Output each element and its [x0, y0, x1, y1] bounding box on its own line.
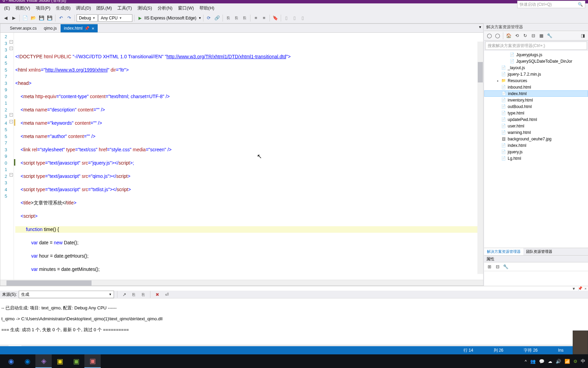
prev-icon[interactable]: ⎘ [130, 291, 137, 298]
bookmark-icon[interactable]: 🔖 [272, 14, 279, 22]
config-dropdown[interactable]: Debug▼ [77, 14, 98, 22]
tree-item-index-html[interactable]: 📄index.html [484, 90, 588, 97]
alphabetize-icon[interactable]: ⊟ [494, 263, 501, 271]
tab-team-explorer[interactable]: 团队资源管理器 [523, 248, 555, 255]
save-all-icon[interactable]: 💾 [46, 14, 53, 22]
menu-help[interactable]: 帮助(H) [197, 4, 217, 13]
menu-debug[interactable]: 调试(D) [73, 4, 94, 13]
tree-item-jquery-js[interactable]: 📄jquery.js [484, 149, 588, 155]
menu-tools[interactable]: 工具(T) [115, 4, 135, 13]
tab-server-aspx[interactable]: Server.aspx.cs [6, 24, 40, 32]
forward-icon[interactable]: ◯ [494, 32, 501, 40]
tray-chevron-icon[interactable]: ^ [525, 359, 527, 364]
tree-item-Lg-html[interactable]: 📄Lg.html [484, 155, 588, 162]
tray-people-icon[interactable]: 👥 [530, 359, 536, 364]
close-icon[interactable]: × [585, 287, 587, 291]
run-button[interactable]: ▶ [136, 14, 144, 22]
tree-item-warning-html[interactable]: 📄warning.html [484, 129, 588, 136]
code-content[interactable]: <!DOCTYPE html PUBLIC "-//W3C//DTD XHTML… [14, 33, 483, 280]
tray-volume-icon[interactable]: 🔊 [556, 359, 561, 364]
redo-icon[interactable]: ↷ [65, 14, 73, 22]
tree-item-inbound-html[interactable]: 📄inbound.html [484, 84, 588, 90]
browser-link-icon[interactable]: 🔗 [213, 14, 221, 22]
output-source-dropdown[interactable]: 生成▼ [19, 291, 114, 298]
uncomment-icon[interactable]: ▯ [291, 14, 298, 22]
tree-item-updatePwd-html[interactable]: 📄updatePwd.html [484, 116, 588, 123]
collapse-icon[interactable]: ⊟ [529, 32, 537, 40]
dropdown-icon[interactable]: ▼ [572, 287, 576, 291]
tray-wechat-icon[interactable]: 💬 [539, 359, 544, 364]
save-icon[interactable]: 💾 [38, 14, 45, 22]
open-file-icon[interactable]: 📂 [30, 14, 37, 22]
menu-project[interactable]: 项目(P) [33, 4, 53, 13]
platform-dropdown[interactable]: Any CPU▼ [98, 14, 132, 22]
back-icon[interactable]: ◯ [486, 32, 493, 40]
forward-icon[interactable]: ▶ [10, 14, 18, 22]
solution-search-input[interactable]: 搜索解决方案资源管理器(Ctrl+;) [485, 42, 587, 50]
taskbar-app[interactable]: ▣ [84, 354, 101, 368]
indent-icon[interactable]: ≡ [252, 14, 260, 22]
vertical-scrollbar[interactable] [477, 42, 483, 274]
pin-icon[interactable]: 📌 [84, 26, 89, 31]
clear-icon[interactable]: ✖ [153, 291, 161, 298]
menu-view[interactable]: 视图(V) [13, 4, 33, 13]
menu-edit[interactable]: (E) [1, 4, 13, 12]
categorize-icon[interactable]: ⊞ [486, 263, 493, 271]
menu-test[interactable]: 测试(S) [135, 4, 155, 13]
wrap-icon[interactable]: ⏎ [163, 291, 170, 298]
tab-index-html[interactable]: index.html📌× [61, 24, 98, 32]
tab-qimo-js[interactable]: qimo.js [40, 24, 60, 32]
tree-item-JquerySQLDateToDate_DinJor[interactable]: 📄JquerySQLDateToDate_DinJor [484, 58, 588, 64]
taskbar-visual-studio[interactable]: ◈ [35, 354, 52, 368]
code-editor[interactable]: 2334557390123455739012345 − − − − − <!DO… [0, 33, 483, 280]
back-icon[interactable]: ◀ [2, 14, 10, 22]
sync-icon[interactable]: ⟲ [513, 32, 521, 40]
tree-item-user-html[interactable]: 📄user.html [484, 123, 588, 129]
goto-icon[interactable]: ↗ [120, 291, 128, 298]
menu-window[interactable]: 窗口(W) [175, 4, 197, 13]
fold-icon[interactable]: − [10, 40, 13, 44]
outdent-icon[interactable]: ≡ [260, 14, 268, 22]
tool-icon-1[interactable]: ⎘ [225, 14, 232, 22]
refresh-icon[interactable]: ↻ [521, 32, 529, 40]
new-file-icon[interactable]: 📄 [21, 14, 29, 22]
show-all-icon[interactable]: ▦ [538, 32, 545, 40]
taskbar-chrome[interactable]: ◉ [3, 354, 19, 368]
tray-ime-icon[interactable]: 中 [581, 358, 585, 364]
pin-icon[interactable]: 📌 [578, 286, 583, 291]
preview-icon[interactable]: ◨ [579, 32, 587, 40]
tree-item-inventory-html[interactable]: 📄inventory.html [484, 97, 588, 103]
tray-cloud-icon[interactable]: ☁ [548, 359, 552, 364]
tree-item-Jqueryplugs-js[interactable]: 📄Jqueryplugs.js [484, 51, 588, 58]
tree-item-jquery-1-7-2-min-js[interactable]: 📄jquery-1.7.2.min.js [484, 71, 588, 77]
solution-tree[interactable]: 📄Jqueryplugs.js📄JquerySQLDateToDate_DinJ… [484, 51, 588, 248]
close-icon[interactable]: × [92, 26, 94, 31]
tree-item-Resources[interactable]: ▸📁Resources [484, 77, 588, 84]
refresh-icon[interactable]: ⟳ [205, 14, 213, 22]
taskbar-edge[interactable]: ◉ [19, 354, 35, 368]
tree-item-type-html[interactable]: 📄type.html [484, 110, 588, 116]
fold-icon[interactable]: − [10, 113, 13, 117]
next-icon[interactable]: ⎘ [140, 291, 147, 298]
tool-icon-3[interactable]: ⎘ [241, 14, 248, 22]
menu-team[interactable]: 团队(M) [94, 4, 115, 13]
fold-icon[interactable]: − [10, 47, 13, 50]
tree-item-outBoud-html[interactable]: 📄outBoud.html [484, 103, 588, 110]
tray-settings-icon[interactable]: ⚙ [573, 359, 577, 364]
quick-launch-input[interactable]: 快速启动 (Ctrl+Q) 🔍 [517, 1, 585, 8]
fold-icon[interactable]: − [10, 173, 13, 177]
menu-build[interactable]: 生成(B) [53, 4, 73, 13]
tree-item-background_oeuhe7-jpg[interactable]: 🖼background_oeuhe7.jpg [484, 136, 588, 142]
run-target[interactable]: IIS Express (Microsoft Edge) [144, 16, 198, 20]
format-icon[interactable]: ▯ [299, 14, 307, 22]
taskbar-camtasia[interactable]: ▣ [68, 354, 84, 368]
tab-overflow-icon[interactable]: ▼ [478, 25, 482, 29]
tree-item-index-html[interactable]: 📄index.html [484, 142, 588, 149]
menu-analyze[interactable]: 分析(N) [155, 4, 175, 13]
tray-network-icon[interactable]: 📶 [565, 359, 570, 364]
tool-icon-2[interactable]: ⎘ [233, 14, 240, 22]
properties-icon[interactable]: 🔧 [546, 32, 553, 40]
output-content[interactable]: -- 已启动生成: 项目: text_qimo, 配置: Debug Any C… [0, 298, 588, 345]
undo-icon[interactable]: ↶ [57, 14, 65, 22]
system-tray[interactable]: ^ 👥 💬 ☁ 🔊 📶 ⚙ 中 [525, 358, 585, 364]
